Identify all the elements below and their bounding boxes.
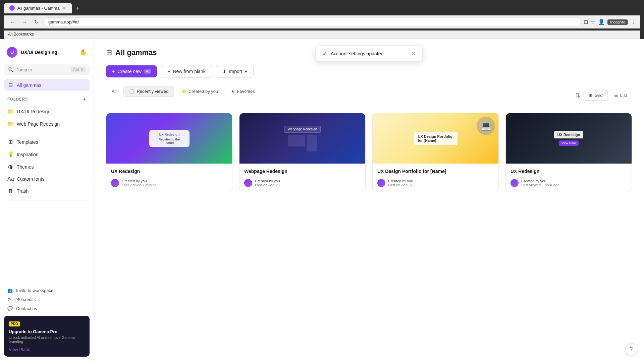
toast-close-button[interactable]: ✕	[411, 51, 416, 57]
card-body-3: UX Design Portfolio for [Name] Created b…	[373, 164, 498, 192]
card-avatar-3	[377, 179, 385, 187]
toast-message: Account settings updated.	[331, 51, 408, 56]
add-folder-button[interactable]: +	[83, 96, 86, 102]
blank-plus-icon: +	[167, 69, 170, 74]
toolbar-icons: ⊡ ☆ 👤 Incognito ⋮	[584, 19, 636, 25]
card-thumbnail-3: UX Design Portfolio for [Name] 💻	[373, 113, 498, 164]
card-time-3: Last viewed 51...	[388, 183, 482, 187]
gamma-card-4[interactable]: UX Redesign View more UX Redesign Create…	[505, 113, 632, 192]
page-header-icon: ⊟	[106, 48, 112, 57]
forward-button[interactable]: →	[20, 18, 30, 26]
page-title: All gammas	[115, 48, 157, 57]
nav-item-templates[interactable]: ⊞ Templates	[4, 136, 90, 148]
gamma-card-1[interactable]: UX Redesign Redefining the Future UX Red…	[106, 113, 232, 192]
workspace-header[interactable]: U UX/UI Designing ✋	[4, 44, 90, 60]
list-label: List	[620, 93, 627, 98]
new-from-blank-button[interactable]: + New from blank	[161, 65, 212, 78]
workspace-action-icon[interactable]: ✋	[79, 49, 87, 56]
search-bar[interactable]: 🔍 Jump to Ctrl+K	[4, 64, 90, 75]
credits-icon: ⊙	[7, 297, 11, 302]
card-footer-2: Created by you Last viewed 29... ⋯	[244, 179, 361, 187]
nav-label-trash: Trash	[17, 188, 29, 194]
bookmark-icon[interactable]: ☆	[591, 19, 595, 25]
browser-toolbar: ← → ↻ gamma.app/#all ⊡ ☆ 👤 Incognito ⋮	[4, 15, 640, 28]
card-avatar-2	[244, 179, 252, 187]
nav-item-custom-fonts[interactable]: Aa Custom fonts	[4, 173, 90, 185]
invite-workspace-item[interactable]: 👥 Invite to workspace	[4, 286, 90, 295]
menu-icon[interactable]: ⋮	[631, 19, 636, 25]
contact-icon: 💬	[7, 306, 13, 311]
card-meta-2: Created by you Last viewed 29...	[255, 179, 348, 187]
back-button[interactable]: ←	[8, 18, 17, 26]
folder-ux-redesign[interactable]: 📁 UX/UI Redesign	[4, 106, 90, 117]
card-body-2: Webpage Redesign Created by you Last vie…	[239, 164, 365, 192]
search-shortcut: Ctrl+K	[71, 67, 86, 72]
card-author-4: Created by you	[521, 179, 615, 183]
bookmarks-bar: All Bookmarks	[4, 31, 640, 39]
gamma-card-3[interactable]: UX Design Portfolio for [Name] 💻 UX Desi…	[372, 113, 499, 192]
card-time-2: Last viewed 29...	[255, 183, 348, 187]
action-bar: + Create new AI + New from blank ⬇ Impor…	[106, 65, 632, 78]
gamma-card-2[interactable]: Webpage Redesign Webpage Redesign Create…	[239, 113, 366, 192]
card-more-button-4[interactable]: ⋯	[618, 179, 627, 187]
toast-notification: ✓ Account settings updated. ✕	[315, 46, 423, 62]
card-thumbnail-4: UX Redesign View more	[506, 113, 632, 164]
profile-icon[interactable]: 👤	[598, 19, 605, 25]
address-bar[interactable]: gamma.app/#all	[43, 17, 581, 26]
grid-view-button[interactable]: ⊞ Grid	[584, 90, 608, 101]
card-more-button-2[interactable]: ⋯	[351, 179, 361, 187]
card-avatar-1	[111, 179, 119, 187]
reload-button[interactable]: ↻	[32, 17, 41, 26]
tab-close-button[interactable]: ✕	[62, 5, 66, 11]
card-more-button-1[interactable]: ⋯	[218, 179, 227, 187]
create-new-button[interactable]: + Create new AI	[106, 65, 157, 77]
view-plans-button[interactable]: View Plans	[9, 347, 85, 352]
main-content: ✓ Account settings updated. ✕ ⊟ All gamm…	[94, 39, 644, 362]
bookmarks-label: All Bookmarks	[8, 32, 34, 37]
card-footer-3: Created by you Last viewed 51... ⋯	[377, 179, 494, 187]
filter-tab-favorites[interactable]: ★ Favorites	[225, 86, 260, 97]
themes-icon: ◑	[7, 164, 13, 170]
invite-icon: 👥	[7, 288, 13, 293]
nav-item-all-gammas[interactable]: ⊟ All gammas	[4, 79, 90, 91]
card-thumbnail-1: UX Redesign Redefining the Future	[106, 113, 232, 164]
active-tab[interactable]: All gammas - Gamma ✕	[4, 3, 72, 13]
sidebar-divider-1	[4, 133, 90, 133]
extension-icon[interactable]: ⊡	[584, 19, 588, 25]
nav-item-inspiration[interactable]: 💡 Inspiration	[4, 148, 90, 160]
folder-label-1: UX/UI Redesign	[17, 109, 50, 114]
workspace-avatar: U	[7, 47, 17, 58]
card-title-4: UX Redesign	[511, 168, 627, 175]
browser-chrome: All gammas - Gamma ✕ + ← → ↻ gamma.app/#…	[0, 0, 644, 39]
credits-item[interactable]: ⊙ 240 credits	[4, 295, 90, 304]
nav-label-themes: Themes	[17, 164, 34, 170]
card-meta-3: Created by you Last viewed 51...	[388, 179, 482, 187]
grid-label: Grid	[594, 93, 603, 98]
filter-tab-created-by-you[interactable]: ⭐ Created by you	[175, 86, 224, 97]
filter-tab-recently-viewed[interactable]: 🕐 Recently viewed	[123, 86, 174, 97]
import-button[interactable]: ⬇ Import ▾	[216, 65, 254, 78]
card-footer-4: Created by you Last viewed 1 hour ago ⋯	[511, 179, 627, 187]
folder-web-redesign[interactable]: 📁 Web Page Redesign	[4, 118, 90, 130]
nav-label-templates: Templates	[17, 139, 38, 145]
sort-button[interactable]: ⇅	[573, 90, 582, 101]
filter-all-label: All	[112, 89, 116, 94]
nav-item-trash[interactable]: 🗑 Trash	[4, 185, 90, 197]
sidebar-bottom: 👥 Invite to workspace ⊙ 240 credits 💬 Co…	[4, 282, 90, 357]
filter-created-label: Created by you	[189, 89, 218, 94]
list-view-button[interactable]: ☰ List	[609, 90, 632, 101]
ai-badge: AI	[144, 69, 151, 74]
nav-label-custom-fonts: Custom fonts	[17, 176, 44, 182]
tab-title: All gammas - Gamma	[17, 6, 60, 11]
filter-tab-all[interactable]: All	[106, 86, 122, 97]
sidebar: U UX/UI Designing ✋ 🔍 Jump to Ctrl+K ⊟ A…	[0, 39, 94, 362]
sidebar-divider-2	[4, 200, 90, 200]
contact-item[interactable]: 💬 Contact us	[4, 304, 90, 313]
search-placeholder: Jump to	[16, 67, 68, 72]
new-tab-button[interactable]: +	[73, 4, 82, 13]
card-author-2: Created by you	[255, 179, 348, 183]
card-more-button-3[interactable]: ⋯	[484, 179, 494, 187]
help-button[interactable]: ?	[625, 343, 637, 355]
nav-item-themes[interactable]: ◑ Themes	[4, 161, 90, 173]
grid-icon: ⊞	[589, 93, 592, 98]
